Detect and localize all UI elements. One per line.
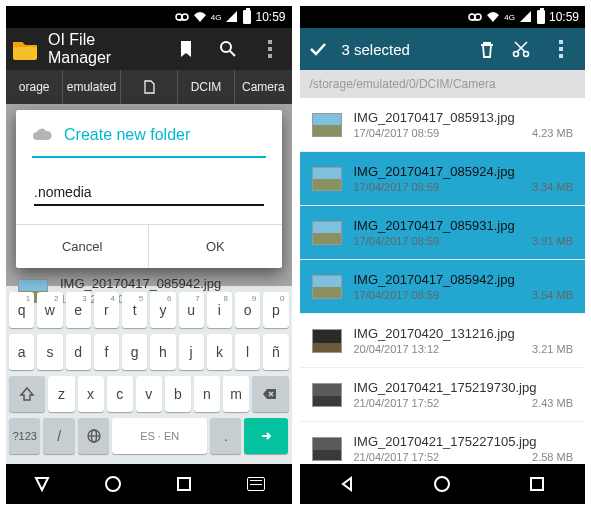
file-thumb-icon — [312, 383, 342, 407]
content-area: IMG_20170417_085942.jpg 17/04/2017 08:59… — [6, 104, 292, 286]
key-e[interactable]: e3 — [66, 292, 91, 328]
key-ñ[interactable]: ñ — [263, 334, 288, 370]
network-type: 4G — [504, 13, 515, 22]
overflow-button[interactable] — [545, 33, 577, 65]
overflow-button[interactable] — [254, 33, 286, 65]
shift-key[interactable] — [9, 376, 46, 412]
crumb[interactable]: orage — [6, 70, 63, 104]
svg-point-12 — [475, 14, 481, 20]
crumb[interactable]: emulated — [63, 70, 120, 104]
key-r[interactable]: r4 — [94, 292, 119, 328]
svg-point-9 — [106, 477, 120, 491]
file-size: 3.34 MB — [532, 181, 573, 193]
recent-nav-icon[interactable] — [528, 475, 546, 493]
key-d[interactable]: d — [66, 334, 91, 370]
list-item[interactable]: IMG_20170421_175227105.jpg 21/04/2017 17… — [300, 422, 586, 464]
period-key[interactable]: . — [210, 418, 241, 454]
key-z[interactable]: z — [48, 376, 74, 412]
status-bar: 4G 10:59 — [300, 6, 586, 28]
crumb-sdcard-icon[interactable] — [121, 70, 178, 104]
file-name: IMG_20170421_175227105.jpg — [354, 434, 574, 449]
voicemail-icon — [468, 10, 482, 24]
file-size: 3.91 MB — [532, 235, 573, 247]
symbols-key[interactable]: ?123 — [9, 418, 40, 454]
cancel-button[interactable]: Cancel — [16, 225, 149, 268]
folder-icon — [12, 38, 38, 60]
key-y[interactable]: y6 — [150, 292, 175, 328]
home-nav-icon[interactable] — [104, 475, 122, 493]
slash-key[interactable]: / — [43, 418, 74, 454]
svg-point-0 — [176, 14, 182, 20]
back-nav-icon[interactable] — [338, 475, 356, 493]
key-b[interactable]: b — [165, 376, 191, 412]
key-s[interactable]: s — [37, 334, 62, 370]
key-a[interactable]: a — [9, 334, 34, 370]
file-size: 3.21 MB — [532, 343, 573, 355]
delete-button[interactable] — [477, 39, 497, 59]
file-date: 17/04/2017 08:59 — [354, 127, 440, 139]
key-l[interactable]: l — [235, 334, 260, 370]
svg-rect-17 — [531, 478, 543, 490]
globe-key[interactable] — [78, 418, 109, 454]
key-m[interactable]: m — [223, 376, 249, 412]
key-i[interactable]: i8 — [207, 292, 232, 328]
bookmark-button[interactable] — [170, 33, 202, 65]
crumb[interactable]: Camera — [235, 70, 291, 104]
svg-point-11 — [469, 14, 475, 20]
crumb[interactable]: DCIM — [178, 70, 235, 104]
list-item[interactable]: IMG_20170420_131216.jpg 20/04/2017 13:12… — [300, 314, 586, 368]
signal-icon — [519, 10, 533, 24]
key-u[interactable]: u7 — [179, 292, 204, 328]
file-thumb-icon — [312, 275, 342, 299]
battery-icon — [537, 10, 545, 24]
ok-button[interactable]: OK — [149, 225, 281, 268]
nav-bar — [300, 464, 586, 504]
file-name: IMG_20170420_131216.jpg — [354, 326, 574, 341]
key-c[interactable]: c — [107, 376, 133, 412]
file-list[interactable]: IMG_20170417_085913.jpg 17/04/2017 08:59… — [300, 98, 586, 464]
nav-bar — [6, 464, 292, 504]
folder-name-input[interactable]: .nomedia — [34, 180, 264, 206]
enter-key[interactable] — [244, 418, 288, 454]
svg-rect-10 — [178, 478, 190, 490]
wifi-icon — [486, 10, 500, 24]
cut-button[interactable] — [511, 39, 531, 59]
list-item[interactable]: IMG_20170417_085913.jpg 17/04/2017 08:59… — [300, 98, 586, 152]
key-o[interactable]: o9 — [235, 292, 260, 328]
done-icon[interactable] — [308, 39, 328, 59]
voicemail-icon — [175, 10, 189, 24]
list-item[interactable]: IMG_20170417_085931.jpg 17/04/2017 08:59… — [300, 206, 586, 260]
backspace-key[interactable] — [252, 376, 289, 412]
key-p[interactable]: p0 — [263, 292, 288, 328]
key-x[interactable]: x — [78, 376, 104, 412]
list-item[interactable]: IMG_20170417_085942.jpg 17/04/2017 08:59… — [300, 260, 586, 314]
key-g[interactable]: g — [122, 334, 147, 370]
recent-nav-icon[interactable] — [175, 475, 193, 493]
key-v[interactable]: v — [136, 376, 162, 412]
file-thumb-icon — [312, 437, 342, 461]
key-h[interactable]: h — [150, 334, 175, 370]
clock: 10:59 — [549, 10, 579, 24]
list-item[interactable]: IMG_20170421_175219730.jpg 21/04/2017 17… — [300, 368, 586, 422]
file-date: 17/04/2017 08:59 — [354, 235, 440, 247]
breadcrumb-bar: orageemulatedDCIMCamera — [6, 70, 292, 104]
file-name: IMG_20170417_085942.jpg — [60, 276, 280, 291]
key-w[interactable]: w2 — [37, 292, 62, 328]
list-item[interactable]: IMG_20170417_085924.jpg 17/04/2017 08:59… — [300, 152, 586, 206]
back-nav-icon[interactable] — [33, 475, 51, 493]
keyboard-switch-icon[interactable] — [247, 477, 265, 491]
file-date: 21/04/2017 17:52 — [354, 397, 440, 409]
home-nav-icon[interactable] — [433, 475, 451, 493]
key-f[interactable]: f — [94, 334, 119, 370]
key-k[interactable]: k — [207, 334, 232, 370]
selection-app-bar: 3 selected — [300, 28, 586, 70]
key-j[interactable]: j — [179, 334, 204, 370]
network-type: 4G — [211, 13, 222, 22]
file-name: IMG_20170417_085931.jpg — [354, 218, 574, 233]
key-n[interactable]: n — [194, 376, 220, 412]
key-q[interactable]: q1 — [9, 292, 34, 328]
file-name: IMG_20170417_085924.jpg — [354, 164, 574, 179]
space-key[interactable]: ES · EN — [112, 418, 206, 454]
search-button[interactable] — [212, 33, 244, 65]
key-t[interactable]: t5 — [122, 292, 147, 328]
